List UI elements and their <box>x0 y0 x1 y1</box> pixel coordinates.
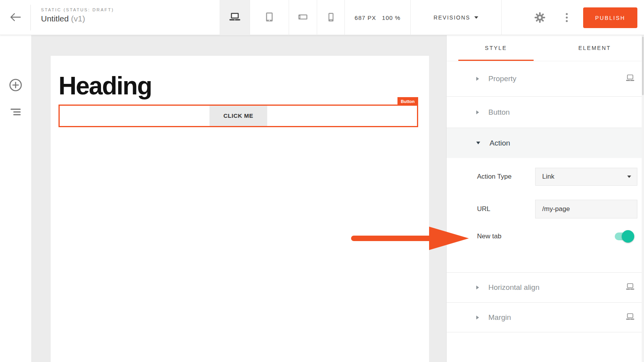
top-bar: STATIC (STATUS: DRAFT) Untitled (v1) <box>0 0 644 35</box>
section-property-label: Property <box>488 75 516 83</box>
viewport-width-value: 687 PX <box>355 14 376 21</box>
device-phone-landscape-button[interactable] <box>289 0 317 35</box>
action-type-row: Action Type Link <box>447 168 644 186</box>
heading-element[interactable]: Heading <box>59 71 429 100</box>
selected-button-element[interactable]: Button CLICK ME <box>59 105 418 127</box>
section-horizontal-align[interactable]: Horizontal align <box>447 272 644 302</box>
document-version: (v1) <box>71 14 85 23</box>
document-title: Untitled <box>41 14 69 23</box>
revisions-label: REVISIONS <box>433 14 470 21</box>
back-arrow-icon <box>9 18 21 23</box>
phone-landscape-icon <box>298 14 307 21</box>
publish-button[interactable]: PUBLISH <box>583 7 637 28</box>
document-status: STATIC (STATUS: DRAFT) <box>41 7 114 12</box>
device-tablet-button[interactable] <box>250 0 289 35</box>
tab-element-label: ELEMENT <box>578 45 611 51</box>
section-button-label: Button <box>488 108 510 117</box>
canvas-area: Heading Button CLICK ME <box>31 35 446 362</box>
tab-style-label: STYLE <box>485 45 507 51</box>
section-action[interactable]: Action <box>447 128 644 158</box>
section-horizontal-align-label: Horizontal align <box>488 283 539 292</box>
action-type-select[interactable]: Link <box>535 168 637 186</box>
selection-tag: Button <box>397 97 418 106</box>
click-me-button[interactable]: CLICK ME <box>209 106 267 126</box>
kebab-menu-icon <box>566 18 568 23</box>
zoom-level-value: 100 % <box>382 14 401 21</box>
scrollbar-thumb[interactable] <box>642 37 644 95</box>
gear-icon <box>534 18 545 24</box>
section-button[interactable]: Button <box>447 96 644 128</box>
device-laptop-button[interactable] <box>220 0 250 35</box>
section-property[interactable]: Property <box>447 61 644 96</box>
document-title-block: STATIC (STATUS: DRAFT) Untitled (v1) <box>41 7 114 23</box>
structure-button[interactable] <box>10 108 21 117</box>
tab-element[interactable]: ELEMENT <box>545 35 644 61</box>
more-options-button[interactable] <box>566 13 568 23</box>
settings-button[interactable] <box>534 12 545 24</box>
settings-panel: STYLE ELEMENT Property Button Action Act… <box>446 35 644 362</box>
add-element-button[interactable] <box>8 78 23 94</box>
section-action-label: Action <box>490 139 510 147</box>
add-circle-icon <box>8 88 23 94</box>
action-section-content: Action Type Link URL New tab <box>447 158 644 272</box>
toggle-knob <box>622 230 634 243</box>
caret-right-icon <box>476 286 479 289</box>
phone-portrait-icon <box>328 13 334 23</box>
new-tab-row: New tab <box>447 229 644 243</box>
caret-right-icon <box>476 110 479 114</box>
device-scope-laptop-icon <box>626 313 635 322</box>
tablet-icon <box>266 12 273 23</box>
laptop-icon <box>229 13 240 22</box>
section-margin[interactable]: Margin <box>447 302 644 332</box>
caret-down-icon <box>476 142 480 144</box>
left-toolbar <box>0 35 31 362</box>
revisions-dropdown[interactable]: REVISIONS <box>410 0 501 35</box>
section-margin-label: Margin <box>488 313 511 322</box>
device-scope-laptop-icon <box>626 75 635 83</box>
structure-lines-icon <box>10 111 21 117</box>
divider <box>501 0 502 35</box>
caret-right-icon <box>476 316 479 319</box>
divider <box>30 5 31 30</box>
panel-scrollbar[interactable] <box>642 35 644 362</box>
back-button[interactable] <box>9 12 22 23</box>
device-phone-portrait-button[interactable] <box>317 0 345 35</box>
panel-tabs: STYLE ELEMENT <box>447 35 644 61</box>
new-tab-toggle[interactable] <box>615 230 634 243</box>
action-type-value: Link <box>542 173 554 181</box>
viewport-size-info: 687 PX 100 % <box>345 0 410 35</box>
page-canvas: Heading Button CLICK ME <box>51 56 429 362</box>
caret-right-icon <box>476 77 479 81</box>
url-input[interactable] <box>535 200 637 218</box>
tab-style[interactable]: STYLE <box>447 35 545 61</box>
caret-down-icon <box>474 16 478 19</box>
device-scope-laptop-icon <box>626 283 635 292</box>
caret-down-icon <box>627 176 631 178</box>
url-row: URL <box>447 200 644 218</box>
